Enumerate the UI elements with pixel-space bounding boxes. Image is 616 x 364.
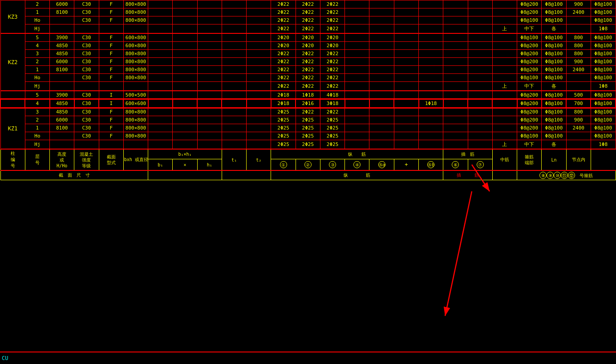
circle-3: ③ (329, 161, 336, 168)
circle-5b: ⑤b (427, 161, 434, 168)
circle-6: ⑥ (452, 161, 459, 168)
circle-7: ⑦ (477, 161, 484, 168)
table-row: Ho C30 F 800×800 2Φ222Φ222Φ22 Φ8@100Φ8@1… (0, 74, 616, 82)
main-table-container: KZ3 2 6000 C30 F 800×800 2Φ22 2Φ22 2Φ22 (0, 0, 616, 352)
circle-10: ⑩ (554, 172, 561, 179)
circle-11: ⑪ (561, 172, 568, 179)
bottom-bar: CU (0, 352, 616, 364)
structural-table: KZ3 2 6000 C30 F 800×800 2Φ22 2Φ22 2Φ22 (0, 0, 616, 180)
kz2-label: KZ2 (0, 33, 25, 91)
kz1-label: KZ1 (0, 108, 25, 149)
circle-8: ⑧ (539, 172, 547, 179)
table-row: KZ3 2 6000 C30 F 800×800 2Φ22 2Φ22 2Φ22 (0, 0, 616, 8)
kz3-label: KZ3 (0, 0, 25, 34)
header-row: 柱编号 层号 高度或H/Ho 混凝土强度等级 截面型式 bxh 或直径 b₁×h… (0, 149, 616, 159)
table-row: 2 6000 C30 F 800×800 2Φ252Φ252Φ25 Φ8@200… (0, 116, 616, 124)
svg-line-3 (445, 191, 472, 316)
table-row: 4 4850 C30 F 600×800 2Φ202Φ202Φ20 Φ8@200… (0, 42, 616, 50)
circle-4: ④ (353, 161, 361, 168)
circle-2: ② (304, 161, 312, 168)
table-row: Hj 2Φ222Φ222Φ22 上中下各1Φ8 (0, 24, 616, 34)
table-row: Ho C30 F 800×800 2Φ252Φ252Φ25 Φ8@100Φ8@1… (0, 132, 616, 140)
table-row-highlight: 4 4850 C30 I 600×600 2Φ182Φ163Φ18 1Φ18 Φ… (0, 99, 616, 108)
circle-12: ⑫ (568, 172, 575, 179)
table-row: Hj 2Φ252Φ252Φ25 上中下各1Φ8 (0, 140, 616, 150)
table-row: 1 8100 C30 F 800×800 2Φ252Φ252Φ25 Φ8@200… (0, 124, 616, 132)
table-row: 5 3900 C30 I 500×500 2Φ181Φ184Φ18 Φ8@200… (0, 91, 616, 99)
annotation-row: 截 面 尺 寸 纵 筋 插 筋 ⑧⑨⑩⑪⑫ 号箍筋 (0, 170, 616, 180)
table-row: 2 6000 C30 F 800×800 2Φ222Φ222Φ22 Φ8@200… (0, 58, 616, 66)
cu-label: CU (2, 355, 8, 361)
table-row: Ho C30 F 800×800 2Φ222Φ222Φ22 Φ8@100Φ8@1… (0, 16, 616, 24)
table-row: KZ1 3 4850 C30 F 800×800 2Φ252Φ222Φ22 Φ8… (0, 108, 616, 116)
table-row: KZ2 5 3900 C30 F 600×800 2Φ202Φ202Φ20 Φ8… (0, 33, 616, 42)
table-row: 3 4850 C30 F 800×800 2Φ222Φ222Φ22 Φ8@200… (0, 50, 616, 58)
table-row: 1 8100 C30 F 800×800 2Φ222Φ222Φ22 Φ8@200… (0, 8, 616, 16)
circle-9: ⑨ (547, 172, 554, 179)
circle-1: ① (280, 161, 287, 168)
circle-5a: ⑤a (378, 161, 385, 168)
table-row: 1 8100 C30 F 800×800 2Φ222Φ222Φ22 Φ8@200… (0, 66, 616, 74)
table-row: Hj 2Φ222Φ222Φ22 上中下各1Φ8 (0, 82, 616, 91)
